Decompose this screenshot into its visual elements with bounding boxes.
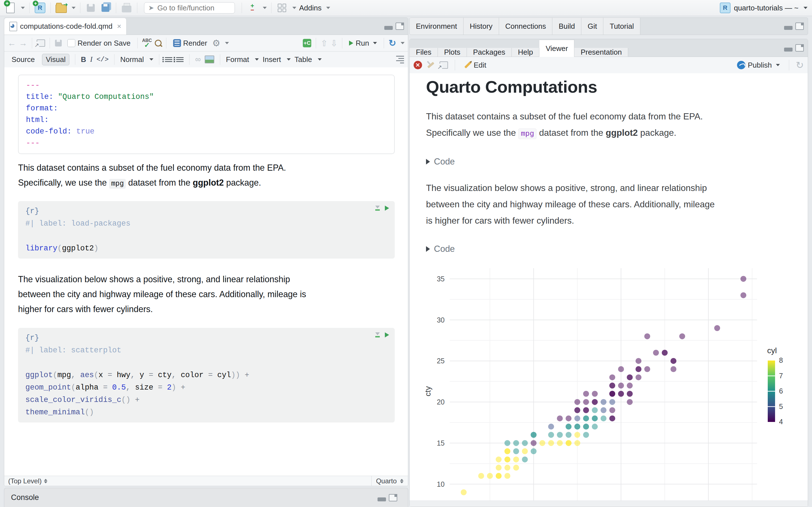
- outline-icon[interactable]: [396, 56, 404, 63]
- forward-icon[interactable]: →: [19, 38, 28, 48]
- visual-mode-button[interactable]: Visual: [42, 54, 69, 65]
- run-caret[interactable]: [373, 42, 377, 44]
- tab-viewer[interactable]: Viewer: [539, 40, 574, 57]
- code-chunk-load-packages[interactable]: {r}#| label: load-packages library(ggplo…: [18, 201, 395, 259]
- open-in-new-window-icon[interactable]: [37, 40, 45, 47]
- spellcheck-icon[interactable]: ABC: [142, 39, 152, 48]
- open-in-browser-icon[interactable]: [440, 61, 448, 69]
- run-chunk-icon[interactable]: [385, 206, 389, 211]
- insert-menu[interactable]: Insert: [263, 55, 281, 64]
- render-button[interactable]: Render: [171, 38, 209, 49]
- render-options-caret[interactable]: [225, 42, 229, 44]
- tab-packages[interactable]: Packages: [467, 48, 512, 57]
- refresh-icon[interactable]: ↻: [796, 59, 804, 71]
- tab-git[interactable]: Git: [581, 18, 603, 35]
- link-icon[interactable]: ∞: [195, 55, 201, 64]
- editor-paragraph[interactable]: The visualization below shows a positive…: [18, 272, 396, 317]
- render-on-save-toggle[interactable]: Render on Save: [65, 38, 133, 49]
- minimize-console-icon[interactable]: [377, 497, 386, 501]
- back-icon[interactable]: ←: [8, 38, 16, 48]
- addins-menu[interactable]: Addins: [299, 4, 322, 12]
- tab-help[interactable]: Help: [512, 48, 539, 57]
- open-recent-caret[interactable]: [71, 7, 75, 9]
- print-button[interactable]: [121, 2, 133, 14]
- code-chunk-scatterplot[interactable]: {r}#| label: scatterplot ggplot(mpg, aes…: [18, 328, 395, 422]
- addins-caret[interactable]: [326, 7, 330, 9]
- maximize-pane-icon[interactable]: [396, 22, 404, 30]
- rerun-icon[interactable]: ↻: [389, 38, 396, 48]
- source-mode-button[interactable]: Source: [8, 54, 38, 65]
- save-all-button[interactable]: [100, 2, 111, 14]
- tab-plots[interactable]: Plots: [438, 48, 467, 57]
- goto-file-input[interactable]: [157, 3, 231, 13]
- run-all-chunks-above-icon[interactable]: [375, 206, 380, 211]
- project-caret[interactable]: [804, 7, 808, 9]
- open-file-button[interactable]: [55, 2, 67, 14]
- new-file-caret[interactable]: [21, 7, 25, 9]
- code-format-button[interactable]: </>: [96, 56, 109, 63]
- maximize-pane-icon[interactable]: [795, 22, 804, 30]
- save-icon[interactable]: [55, 40, 62, 47]
- tab-files[interactable]: Files: [410, 48, 438, 57]
- tab-connections[interactable]: Connections: [499, 18, 553, 35]
- run-chunk-icon[interactable]: [385, 332, 389, 337]
- new-file-button[interactable]: [4, 2, 16, 14]
- tab-build[interactable]: Build: [552, 18, 581, 35]
- rerun-caret[interactable]: [401, 42, 405, 44]
- run-next-chunk-icon[interactable]: ⇩: [331, 38, 338, 48]
- workspace-panes-button[interactable]: [276, 2, 288, 14]
- viewer-document[interactable]: Quarto Computations This dataset contain…: [410, 73, 808, 507]
- render-on-save-checkbox[interactable]: [67, 39, 75, 47]
- visual-editor-canvas[interactable]: ---title: "Quarto Computations"format: h…: [4, 67, 408, 476]
- editor-paragraph[interactable]: This dataset contains a subset of the fu…: [18, 160, 396, 191]
- italic-button[interactable]: I: [90, 55, 93, 64]
- run-chunks-above-icon[interactable]: ⇧: [320, 38, 327, 48]
- insert-caret[interactable]: [287, 58, 291, 61]
- format-menu[interactable]: Format: [226, 55, 249, 64]
- project-menu[interactable]: R quarto-tutorials — ~: [720, 3, 808, 13]
- yaml-metadata-block[interactable]: ---title: "Quarto Computations"format: h…: [18, 75, 395, 154]
- run-button[interactable]: Run: [347, 38, 379, 49]
- tab-computations-code-fold[interactable]: computations-code-fold.qmd ×: [4, 18, 126, 35]
- panes-caret[interactable]: [292, 7, 296, 9]
- minimize-pane-icon[interactable]: [384, 26, 393, 30]
- clear-viewer-icon[interactable]: [427, 62, 434, 68]
- numbered-list-icon[interactable]: [176, 57, 184, 62]
- stop-icon[interactable]: ✕: [414, 61, 422, 69]
- minimize-pane-icon[interactable]: [784, 48, 793, 52]
- code-fold-toggle[interactable]: Code: [426, 244, 455, 254]
- scope-selector[interactable]: (Top Level): [8, 477, 42, 485]
- console-pane-header[interactable]: Console: [4, 488, 408, 507]
- publish-button[interactable]: Publish: [735, 60, 782, 71]
- insert-chunk-icon[interactable]: +C: [303, 39, 311, 47]
- goto-file-search[interactable]: ➤: [144, 2, 235, 13]
- format-caret[interactable]: [255, 58, 259, 61]
- edit-button[interactable]: Edit: [462, 60, 489, 71]
- panes-grid-icon: [278, 4, 286, 12]
- version-control-button[interactable]: +−: [246, 2, 258, 14]
- minimize-pane-icon[interactable]: [784, 26, 793, 30]
- publish-caret[interactable]: [776, 64, 780, 66]
- close-tab-icon[interactable]: ×: [117, 22, 121, 31]
- paragraph-style-caret[interactable]: [149, 58, 153, 61]
- tab-tutorial[interactable]: Tutorial: [603, 18, 640, 35]
- bold-button[interactable]: B: [81, 55, 86, 64]
- bullet-list-icon[interactable]: [165, 57, 172, 62]
- maximize-console-icon[interactable]: [389, 494, 397, 501]
- gear-icon[interactable]: ⚙: [212, 38, 220, 48]
- version-control-caret[interactable]: [263, 7, 267, 9]
- save-button[interactable]: [85, 2, 97, 14]
- new-project-button[interactable]: R: [34, 2, 46, 14]
- tab-presentation[interactable]: Presentation: [574, 48, 628, 57]
- maximize-pane-icon[interactable]: [795, 44, 804, 52]
- file-type-selector[interactable]: Quarto: [371, 476, 408, 486]
- run-all-chunks-above-icon[interactable]: [375, 332, 380, 337]
- table-caret[interactable]: [318, 58, 322, 61]
- code-fold-toggle[interactable]: Code: [426, 157, 455, 167]
- image-icon[interactable]: [205, 55, 214, 63]
- find-replace-icon[interactable]: [155, 40, 161, 47]
- table-menu[interactable]: Table: [295, 55, 312, 64]
- paragraph-style-select[interactable]: Normal: [120, 55, 144, 64]
- tab-history[interactable]: History: [463, 18, 499, 35]
- tab-environment[interactable]: Environment: [410, 18, 463, 35]
